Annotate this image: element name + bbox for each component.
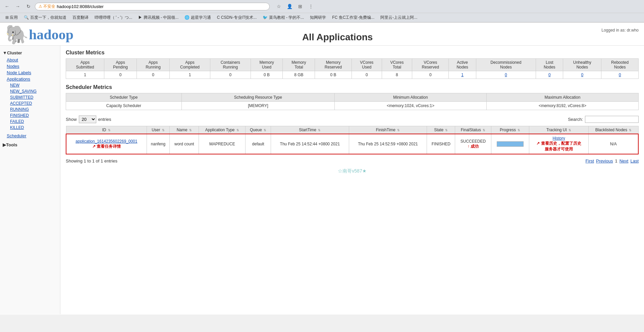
forward-button[interactable]: → xyxy=(13,2,22,11)
col-header-id[interactable]: ID ⇅ xyxy=(66,126,147,134)
cluster-header[interactable]: ▼ Cluster xyxy=(0,49,60,57)
metrics-header-vcores-reserved: VCoresReserved xyxy=(412,59,449,71)
tracking-ui-link[interactable]: History xyxy=(552,136,565,141)
sidebar-item-scheduler[interactable]: Scheduler xyxy=(0,133,60,139)
col-header-progress[interactable]: Progress ⇅ xyxy=(491,126,529,134)
decommissioned-nodes-link[interactable]: 0 xyxy=(505,73,507,77)
metrics-apps-running: 0 xyxy=(137,71,169,79)
cell-tracking-ui[interactable]: History ↗ 查看历史，配置了历史服务器才可使用 xyxy=(529,134,589,154)
sidebar-item-node-labels[interactable]: Node Labels xyxy=(0,69,60,76)
metrics-header-decommissioned-nodes: DecommissionedNodes xyxy=(476,59,536,71)
metrics-decommissioned-nodes[interactable]: 0 xyxy=(476,71,536,79)
main-layout: ▼ Cluster About Nodes Node Labels Applic… xyxy=(0,46,644,314)
cell-state: FINISHED xyxy=(427,134,455,154)
active-nodes-link[interactable]: 1 xyxy=(461,73,464,77)
bookmark-tencent-video[interactable]: ▶ 腾讯视频 - 中国领... xyxy=(136,14,181,21)
profile-icon[interactable]: 👤 xyxy=(285,2,294,11)
metrics-row: 1 0 0 1 0 0 B 8 GB 0 B 0 8 0 1 0 0 xyxy=(66,71,639,79)
sidebar-item-failed[interactable]: FAILED xyxy=(0,118,60,125)
sort-finish-icon: ⇅ xyxy=(397,129,400,132)
col-header-finish-time[interactable]: FinishTime ⇅ xyxy=(349,126,427,134)
metrics-header-lost-nodes: LostNodes xyxy=(536,59,563,71)
app-id-link[interactable]: application_1614235602269_0001 xyxy=(75,139,137,144)
bookmark-baidu[interactable]: 🔍 百度一下，你就知道 xyxy=(21,14,69,21)
refresh-button[interactable]: ↻ xyxy=(24,2,33,11)
pagination-last[interactable]: Last xyxy=(630,158,639,163)
metrics-header-apps-running: AppsRunning xyxy=(137,59,169,71)
table-controls: Show 20 50 100 entries Search: xyxy=(66,115,639,123)
sched-header-type: Scheduler Type xyxy=(66,93,182,102)
sort-trackingui-icon: ⇅ xyxy=(569,129,571,132)
metrics-active-nodes[interactable]: 1 xyxy=(449,71,476,79)
pagination-first[interactable]: First xyxy=(586,158,594,163)
col-header-final-status[interactable]: FinalStatus ⇅ xyxy=(455,126,491,134)
bookmark-runoob[interactable]: 🐦 菜鸟教程 - 学的不... xyxy=(260,14,307,21)
col-header-state[interactable]: State ⇅ xyxy=(427,126,455,134)
sidebar-item-new[interactable]: NEW xyxy=(0,82,60,88)
table-row: application_1614235602269_0001 ↗ 查看任务详情 … xyxy=(66,134,638,154)
sidebar-item-applications[interactable]: Applications xyxy=(0,76,60,82)
cell-final-status: SUCCEEDED ↑ 成功 xyxy=(455,134,491,154)
page-header: 🐘 hadoop All Applications Logged in as: … xyxy=(0,22,644,46)
pagination-previous[interactable]: Previous xyxy=(596,158,613,163)
metrics-lost-nodes[interactable]: 0 xyxy=(536,71,563,79)
tools-header[interactable]: ▶ Tools xyxy=(0,141,60,149)
sidebar-item-submitted[interactable]: SUBMITTED xyxy=(0,94,60,100)
cluster-metrics-table: AppsSubmitted AppsPending AppsRunning Ap… xyxy=(66,58,639,79)
back-button[interactable]: ← xyxy=(3,2,11,11)
sidebar-item-nodes[interactable]: Nodes xyxy=(0,63,60,69)
cluster-label: Cluster xyxy=(7,50,22,55)
sched-header-min-alloc: Minimum Allocation xyxy=(334,93,486,102)
bookmark-chaoxing[interactable]: 🌐 超星学习通 xyxy=(182,14,213,21)
lost-nodes-link[interactable]: 0 xyxy=(548,73,551,77)
bookmark-csdn[interactable]: C CSDN-专业IT技术... xyxy=(214,14,260,21)
show-entries: Show 20 50 100 entries xyxy=(66,115,111,123)
pagination-next[interactable]: Next xyxy=(620,158,629,163)
menu-icon[interactable]: ⋮ xyxy=(307,2,315,11)
browser-actions: ☆ 👤 ⊞ ⋮ xyxy=(274,2,315,11)
cell-app-id[interactable]: application_1614235602269_0001 ↗ 查看任务详情 xyxy=(66,134,147,154)
bookmark-translate[interactable]: 百度翻译 xyxy=(70,14,91,21)
cell-finish-time: Thu Feb 25 14:52:59 +0800 2021 xyxy=(349,134,427,154)
search-input[interactable] xyxy=(585,116,639,123)
scheduler-section: Scheduler xyxy=(0,133,60,139)
apps-table-header-row: ID ⇅ User ⇅ Name ⇅ Application Type ⇅ Qu… xyxy=(66,126,638,134)
col-header-tracking-ui[interactable]: Tracking UI ⇅ xyxy=(529,126,589,134)
sidebar-item-running[interactable]: RUNNING xyxy=(0,106,60,112)
entries-select[interactable]: 20 50 100 xyxy=(79,115,96,123)
col-header-app-type[interactable]: Application Type ⇅ xyxy=(199,126,246,134)
metrics-header-apps-pending: AppsPending xyxy=(104,59,137,71)
sidebar-item-new-saving[interactable]: NEW_SAVING xyxy=(0,88,60,94)
metrics-unhealthy-nodes[interactable]: 0 xyxy=(563,71,601,79)
rebooted-nodes-link[interactable]: 0 xyxy=(619,73,621,77)
bookmark-fishc[interactable]: FC 鱼C工作室-免费编... xyxy=(329,14,377,21)
col-header-start-time[interactable]: StartTime ⇅ xyxy=(271,126,349,134)
sort-progress-icon: ⇅ xyxy=(518,129,520,132)
sidebar-item-killed[interactable]: KILLED xyxy=(0,125,60,131)
table-footer: Showing 1 to 1 of 1 entries First Previo… xyxy=(66,157,639,165)
sched-resource-type: [MEMORY] xyxy=(181,102,334,110)
metrics-apps-pending: 0 xyxy=(104,71,137,79)
address-bar[interactable] xyxy=(57,4,266,9)
bookmark-aliyun[interactable]: 阿里云-上云就上阿... xyxy=(378,14,420,21)
metrics-header-apps-completed: AppsCompleted xyxy=(170,59,210,71)
sched-header-resource-type: Scheduling Resource Type xyxy=(181,93,334,102)
bookmarks-icon[interactable]: ☆ xyxy=(274,2,283,11)
sidebar-item-finished[interactable]: FINISHED xyxy=(0,112,60,118)
sort-state-icon: ⇅ xyxy=(445,129,448,132)
metrics-rebooted-nodes[interactable]: 0 xyxy=(601,71,639,79)
col-header-user[interactable]: User ⇅ xyxy=(147,126,170,134)
unhealthy-nodes-link[interactable]: 0 xyxy=(581,73,583,77)
logged-in-info: Logged in as: dr.who xyxy=(601,25,639,33)
bookmark-bilibili[interactable]: 哔哩哔哩（ ' - '）つ... xyxy=(92,14,135,21)
col-header-queue[interactable]: Queue ⇅ xyxy=(246,126,271,134)
sidebar-item-about[interactable]: About xyxy=(0,57,60,63)
col-header-name[interactable]: Name ⇅ xyxy=(170,126,199,134)
cell-queue: default xyxy=(246,134,271,154)
metrics-header-memory-reserved: MemoryReserved xyxy=(315,59,352,71)
bookmark-apps[interactable]: ⊞ 应用 xyxy=(3,14,20,21)
bookmark-cnki[interactable]: 知网研学 xyxy=(307,14,329,21)
sidebar-item-accepted[interactable]: ACCEPTED xyxy=(0,100,60,106)
col-header-blacklisted-nodes[interactable]: Blacklisted Nodes ⇅ xyxy=(589,126,638,134)
extensions-icon[interactable]: ⊞ xyxy=(296,2,305,11)
